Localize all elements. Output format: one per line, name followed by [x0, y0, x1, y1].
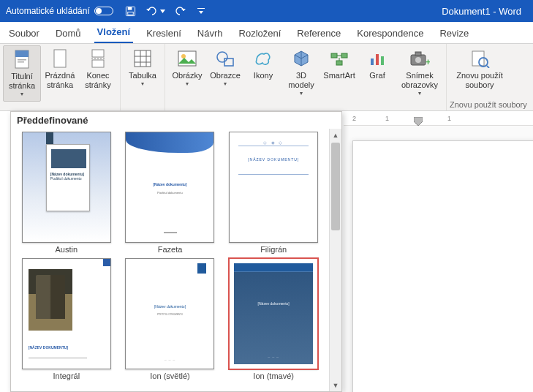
ruler-tick: 1 — [385, 115, 389, 122]
svg-rect-3 — [197, 8, 205, 9]
thumb-label: Fazeta — [158, 245, 183, 254]
svg-rect-22 — [341, 53, 347, 58]
tab-layout[interactable]: Rozložení — [236, 23, 284, 43]
tab-file[interactable]: Soubor — [6, 23, 42, 43]
svg-rect-0 — [126, 7, 135, 15]
icons-label: Ikony — [254, 71, 273, 80]
tab-references[interactable]: Reference — [294, 23, 344, 43]
3d-models-button[interactable]: 3D modely ▾ — [282, 45, 320, 100]
gallery-scrollbar[interactable]: ▲ ▼ — [329, 129, 341, 391]
chart-button[interactable]: Graf — [358, 45, 396, 83]
screenshot-button[interactable]: + Snímek obrazovky ▾ — [396, 45, 443, 100]
smartart-icon — [329, 48, 349, 69]
svg-rect-24 — [371, 59, 374, 65]
gallery-header: Předdefinované — [11, 112, 341, 129]
group-reuse: Znovu použít soubory Znovu použít soubor… — [447, 44, 530, 110]
group-illustrations: Obrázky ▾ Obrazce ▾ Ikony 3D mo — [165, 44, 447, 110]
svg-rect-5 — [15, 50, 29, 57]
svg-rect-31 — [472, 51, 484, 66]
undo-icon[interactable] — [145, 5, 157, 17]
ribbon-tabs: Soubor Domů Vložení Kreslení Návrh Rozlo… — [0, 22, 533, 44]
title-bar: Automatické ukládání Dokument1 - Word — [0, 0, 533, 22]
chevron-down-icon: ▾ — [300, 90, 303, 97]
cover-page-label: Titulní stránka — [5, 72, 39, 91]
icons-button[interactable]: Ikony — [244, 45, 282, 83]
gallery-item-integral[interactable]: [NÁZEV DOKUMENTU] Integrál — [15, 258, 118, 380]
cover-page-icon — [12, 49, 32, 69]
gallery-item-austin[interactable]: [Název dokumentu]Podtitul dokumentu Aust… — [15, 132, 118, 254]
autosave-label: Automatické ukládání — [6, 6, 90, 16]
page-break-label: Konec stránky — [80, 71, 116, 90]
chevron-down-icon: ▾ — [186, 80, 189, 88]
svg-rect-17 — [178, 51, 196, 66]
scroll-up-icon[interactable]: ▲ — [330, 129, 341, 141]
shapes-button[interactable]: Obrazce ▾ — [206, 45, 244, 91]
svg-point-18 — [181, 54, 186, 59]
gallery-item-filigran[interactable]: ◇ ◈ ◇[NÁZEV DOKUMENTU] Filigrán — [222, 132, 325, 254]
table-icon — [132, 48, 153, 69]
redo-icon[interactable] — [175, 5, 186, 17]
gallery-item-ion-light[interactable]: [Název dokumentu]PODTITUL DOKUMENTU— — —… — [119, 258, 222, 380]
reuse-files-label: Znovu použít soubory — [451, 71, 508, 90]
screenshot-label: Snímek obrazovky — [398, 71, 442, 90]
svg-rect-8 — [54, 50, 66, 67]
toggle-off-icon — [94, 7, 113, 15]
thumb-label: Integrál — [53, 372, 80, 380]
save-icon[interactable] — [125, 5, 137, 17]
svg-rect-23 — [336, 61, 342, 65]
cover-page-button[interactable]: Titulní stránka ▾ — [3, 45, 41, 102]
thumb-label: Filigrán — [260, 245, 287, 254]
ruler-tick: 1 — [447, 115, 451, 122]
3d-models-icon — [291, 48, 311, 69]
group-tables: Tabulka ▾ — [121, 44, 165, 110]
blank-page-button[interactable]: Prázdná stránka — [41, 45, 79, 93]
pictures-button[interactable]: Obrázky ▾ — [168, 45, 206, 91]
svg-rect-10 — [92, 60, 104, 67]
chart-label: Graf — [369, 71, 385, 80]
document-area: 2 1 1 — [344, 111, 533, 392]
shapes-icon — [215, 48, 235, 69]
svg-rect-20 — [224, 59, 233, 66]
horizontal-ruler[interactable]: 2 1 1 — [344, 111, 533, 126]
svg-rect-1 — [128, 7, 132, 10]
tab-design[interactable]: Návrh — [194, 23, 226, 43]
scroll-down-icon[interactable]: ▼ — [330, 379, 341, 391]
page-break-button[interactable]: Konec stránky — [79, 45, 117, 93]
svg-point-29 — [415, 57, 421, 63]
smartart-button[interactable]: SmartArt — [320, 45, 358, 83]
thumb-label: Ion (tmavé) — [253, 372, 294, 380]
chevron-down-icon: ▾ — [141, 80, 144, 88]
document-page[interactable] — [352, 140, 533, 392]
blank-page-icon — [50, 48, 70, 69]
svg-rect-7 — [18, 61, 24, 63]
svg-point-32 — [479, 58, 488, 67]
chevron-down-icon: ▾ — [418, 90, 421, 97]
gallery-item-fazeta[interactable]: [Název dokumentu]Podtitul dokumentu Faze… — [119, 132, 222, 254]
scrollbar-thumb[interactable] — [331, 143, 340, 230]
svg-rect-26 — [381, 56, 384, 65]
screenshot-icon: + — [409, 48, 430, 69]
table-label: Tabulka — [129, 71, 156, 80]
tab-draw[interactable]: Kreslení — [143, 23, 184, 43]
chevron-down-icon: ▾ — [20, 91, 23, 98]
svg-rect-2 — [128, 12, 134, 15]
thumb-label: Austin — [56, 245, 78, 254]
autosave-toggle[interactable]: Automatické ukládání — [6, 6, 113, 16]
reuse-files-button[interactable]: Znovu použít soubory — [450, 45, 510, 93]
qat-overflow-icon[interactable] — [195, 5, 207, 17]
table-button[interactable]: Tabulka ▾ — [124, 45, 162, 91]
tab-insert[interactable]: Vložení — [94, 22, 134, 43]
tab-mailings[interactable]: Korespondence — [354, 23, 426, 43]
svg-rect-21 — [331, 53, 337, 58]
svg-line-33 — [487, 66, 489, 68]
cover-page-gallery: Předdefinované [Název dokumentu]Podtitul… — [10, 111, 342, 392]
gallery-item-ion-dark[interactable]: [Název dokumentu]— — — Ion (tmavé) — [222, 258, 325, 380]
tab-home[interactable]: Domů — [53, 23, 84, 43]
pictures-label: Obrázky — [173, 71, 203, 80]
tab-review[interactable]: Revize — [436, 23, 472, 43]
undo-caret-icon[interactable] — [160, 5, 166, 17]
svg-rect-9 — [92, 50, 104, 57]
3d-models-label: 3D modely — [284, 71, 319, 90]
pictures-icon — [177, 48, 197, 69]
svg-rect-27 — [411, 55, 426, 65]
